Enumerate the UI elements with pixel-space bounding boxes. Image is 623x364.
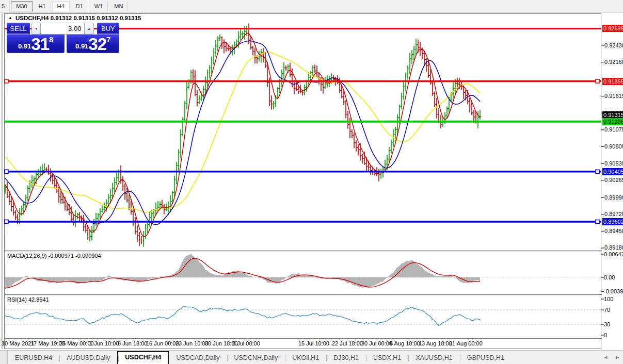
chart-title: ▲ USDCHF,H4 0.91312 0.91315 0.91312 0.91… bbox=[8, 15, 141, 21]
collapse-icon[interactable]: ▲ bbox=[8, 16, 12, 20]
price-badge-0.91208: 0.91208 bbox=[602, 118, 623, 125]
price-tick-label: 0.89720 bbox=[604, 211, 623, 217]
rsi-indicator-label: RSI(14) 42.8541 bbox=[7, 296, 49, 303]
price-tick-label: 0.90535 bbox=[604, 160, 623, 167]
timeframe-button-h1[interactable]: H1 bbox=[34, 1, 51, 11]
chart-tab-usdcad-daily[interactable]: USDCAD,Daily bbox=[169, 352, 227, 364]
date-axis-label: 1 Jun 10:00 bbox=[89, 340, 119, 346]
timeframe-toolbar: 5M30H1H4D1W1MN bbox=[0, 0, 623, 13]
price-tick-label: 0.91075 bbox=[604, 126, 623, 133]
one-click-trading-panel: SELL ▼ ▲ BUY 0.91318 0.91327 bbox=[7, 23, 119, 53]
price-tick-label: 0.89450 bbox=[604, 228, 623, 234]
sell-button[interactable]: SELL bbox=[7, 23, 30, 35]
date-axis-label: 21 Aug 00:00 bbox=[449, 340, 483, 346]
sell-quote-sup: 8 bbox=[49, 35, 53, 44]
date-axis-label: 8 Jul 00:00 bbox=[232, 340, 260, 346]
buy-button[interactable]: BUY bbox=[97, 23, 119, 35]
price-badge-0.90405: 0.90405 bbox=[602, 168, 623, 175]
date-axis-label: 6 Aug 10:00 bbox=[390, 340, 420, 346]
rsi-scale-label: 0 bbox=[604, 332, 607, 338]
date-axis-label: 8 Jun 18:00 bbox=[118, 340, 148, 346]
price-badge-0.92699: 0.92699 bbox=[602, 25, 623, 32]
volume-input[interactable] bbox=[41, 23, 84, 35]
chart-tab-eurusd-h4[interactable]: EURUSD,H4 bbox=[8, 352, 59, 364]
price-tick-label: 0.92160 bbox=[604, 59, 623, 65]
timeframe-button-d1[interactable]: D1 bbox=[71, 1, 88, 11]
sell-quote-big: 31 bbox=[31, 37, 49, 52]
chart-title-text: USDCHF,H4 0.91312 0.91315 0.91312 0.9131… bbox=[15, 15, 141, 21]
buy-quote-sup: 7 bbox=[106, 35, 110, 44]
date-axis-label: 10 May 2021 bbox=[2, 340, 35, 346]
spin-up-icon: ▲ bbox=[87, 27, 91, 30]
timeframe-button-5[interactable]: 5 bbox=[0, 1, 10, 11]
macd-indicator-label: MACD(12,26,9) -0.000971 -0.000904 bbox=[7, 253, 101, 259]
sell-quote[interactable]: 0.91318 bbox=[7, 35, 65, 53]
price-tick-label: 0.89990 bbox=[604, 194, 623, 201]
macd-scale-label: 0.00647 bbox=[604, 251, 623, 257]
price-badge-0.91855: 0.91855 bbox=[602, 78, 623, 85]
price-tick-label: 0.90805 bbox=[604, 143, 623, 150]
chart-tab-bar: EURUSD,H4AUDUSD,DailyUSDCHF,H4USDCAD,Dai… bbox=[0, 350, 623, 364]
price-tick-label: 0.90265 bbox=[604, 177, 623, 183]
price-tick-label: 0.89180 bbox=[604, 244, 623, 251]
date-axis-label: 15 Jul 10:00 bbox=[298, 340, 329, 346]
chart-tab-audusd-daily[interactable]: AUDUSD,Daily bbox=[59, 352, 117, 364]
buy-quote-prefix: 0.91 bbox=[75, 42, 88, 50]
chart-tab-usdx-h1[interactable]: USDX,H1 bbox=[366, 352, 408, 364]
timeframe-button-mn[interactable]: MN bbox=[109, 1, 128, 11]
rsi-scale-label: 70 bbox=[604, 307, 610, 313]
date-axis-label: 25 May 00:00 bbox=[59, 340, 94, 346]
window-left-groove bbox=[1, 13, 3, 349]
volume-increase-button[interactable]: ▲ bbox=[84, 23, 93, 35]
chart-tab-gbpusd-h1[interactable]: GBPUSD,H1 bbox=[460, 352, 512, 364]
date-axis-label: 13 Aug 18:00 bbox=[419, 340, 452, 346]
tabbar-notch bbox=[0, 351, 8, 364]
chart-window bbox=[4, 13, 601, 349]
chart-tab-xauusd-h1[interactable]: XAUUSD,H1 bbox=[408, 352, 460, 364]
macd-scale-label: 0.00 bbox=[604, 274, 615, 280]
price-badge-0.89602: 0.89602 bbox=[602, 218, 623, 225]
chart-tab-dj30-h1[interactable]: DJ30,H1 bbox=[326, 352, 366, 364]
chart-tab-usdcnh-daily[interactable]: USDCNH,Daily bbox=[227, 352, 285, 364]
price-badge-0.91315: 0.91315 bbox=[602, 111, 623, 119]
tabs-scroll-left-icon[interactable]: ◄ bbox=[603, 355, 608, 360]
price-tick-label: 0.92430 bbox=[604, 42, 623, 48]
tabs-scroll-right-icon[interactable]: ► bbox=[615, 355, 620, 360]
volume-decrease-button[interactable]: ▼ bbox=[31, 23, 41, 35]
price-tick-label: 0.91615 bbox=[604, 93, 623, 99]
date-axis-label: 23 Jun 10:00 bbox=[175, 340, 209, 346]
spin-down-icon: ▼ bbox=[35, 27, 38, 30]
rsi-scale-label: 30 bbox=[604, 321, 610, 327]
timeframe-button-m30[interactable]: M30 bbox=[11, 1, 32, 11]
date-axis-label: 30 Jul 00:00 bbox=[361, 340, 392, 346]
timeframe-button-w1[interactable]: W1 bbox=[89, 1, 108, 11]
chart-tab-usdchf-h4[interactable]: USDCHF,H4 bbox=[117, 351, 169, 364]
timeframe-button-h4[interactable]: H4 bbox=[52, 1, 70, 11]
chart-tab-ukoil-h1[interactable]: UKOil,H1 bbox=[285, 352, 326, 364]
sell-quote-prefix: 0.91 bbox=[18, 42, 31, 50]
date-axis-label: 16 Jun 00:00 bbox=[146, 340, 179, 346]
rsi-scale-label: 100 bbox=[604, 296, 613, 302]
buy-quote-big: 32 bbox=[88, 37, 106, 52]
date-axis-label: 22 Jul 18:00 bbox=[332, 340, 363, 346]
macd-scale-label: -0.00391 bbox=[604, 288, 623, 294]
buy-quote[interactable]: 0.91327 bbox=[67, 35, 119, 53]
